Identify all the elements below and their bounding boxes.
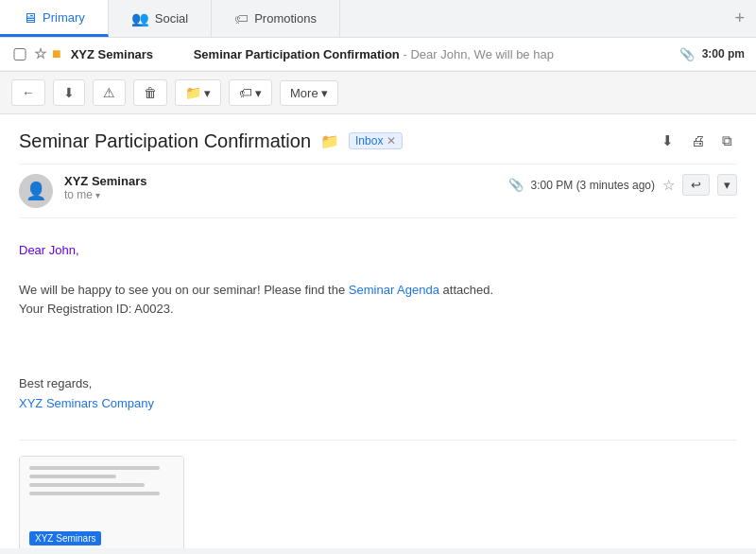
attachment-thumb[interactable]: XYZ Seminars PDF Seminar-Agenda.... — [19, 456, 184, 548]
tabs-bar: 🖥 Primary 👥 Social 🏷 Promotions + — [0, 0, 756, 38]
star-icon[interactable]: ☆ — [34, 45, 46, 62]
sender-info: XYZ Seminars to me ▾ — [64, 174, 508, 201]
subject-row: Seminar Participation Confirmation 📁 Inb… — [19, 130, 737, 152]
folder-icon: 📁 — [185, 85, 201, 100]
email-row[interactable]: ☆ ■ XYZ Seminars Seminar Participation C… — [0, 38, 756, 71]
inbox-label: Inbox — [355, 134, 383, 147]
email-checkbox[interactable] — [11, 48, 28, 61]
signature: Best regards, XYZ Seminars Company — [19, 374, 737, 414]
inbox-tag: Inbox ✕ — [349, 132, 403, 149]
print-button[interactable]: 🖨 — [686, 130, 710, 152]
avatar-icon: 👤 — [26, 181, 46, 201]
email-body: Dear John, We will be happy to see you o… — [19, 234, 737, 421]
body-line1: We will be happy to see you on our semin… — [19, 281, 737, 301]
report-icon: ⚠ — [103, 85, 115, 100]
inbox-tag-close[interactable]: ✕ — [387, 134, 396, 147]
reply-button[interactable]: ↩ — [682, 174, 710, 196]
preview-line-3 — [29, 483, 145, 487]
sender-name: XYZ Seminars — [64, 174, 508, 188]
preview-line-2 — [29, 475, 116, 478]
archive-icon: ⬇ — [63, 85, 75, 100]
toolbar: ← ⬇ ⚠ 🗑 📁 ▾ 🏷 ▾ More ▾ — [0, 72, 756, 114]
reply-icon: ↩ — [691, 178, 701, 192]
back-icon: ← — [22, 85, 35, 100]
tab-primary[interactable]: 🖥 Primary — [0, 0, 109, 37]
attachment-area: XYZ Seminars PDF Seminar-Agenda.... — [19, 440, 737, 548]
email-time-detail: 3:00 PM (3 minutes ago) — [531, 179, 655, 192]
tag-icon: 🏷 — [239, 85, 252, 100]
label-dot-icon: ■ — [52, 45, 61, 62]
best-regards-text: Best regards, — [19, 374, 737, 394]
download-button[interactable]: ⬇ — [657, 130, 679, 152]
attachment-preview: XYZ Seminars — [20, 457, 183, 548]
add-tab-button[interactable]: + — [723, 0, 756, 37]
seminar-agenda-link[interactable]: Seminar Agenda — [349, 283, 439, 297]
email-subject: Seminar Participation Confirmation - Dea… — [194, 47, 679, 61]
email-sender: XYZ Seminars — [71, 47, 194, 61]
more-vert-icon: ▾ — [724, 178, 730, 192]
email-meta-row: 👤 XYZ Seminars to me ▾ 📎 3:00 PM (3 minu… — [19, 164, 737, 218]
more-button[interactable]: More ▾ — [280, 80, 338, 106]
preview-line-1 — [29, 466, 160, 470]
attach-indicator-icon: 📎 — [508, 178, 524, 192]
email-time: 3:00 pm — [702, 47, 745, 61]
archive-button[interactable]: ⬇ — [53, 79, 85, 106]
to-me[interactable]: to me ▾ — [64, 188, 508, 201]
preview-badge: XYZ Seminars — [29, 531, 101, 545]
back-button[interactable]: ← — [11, 79, 45, 106]
star-button[interactable]: ☆ — [662, 177, 675, 194]
tab-primary-label: Primary — [43, 10, 85, 25]
label-arrow: ▾ — [255, 86, 262, 100]
meta-right: 📎 3:00 PM (3 minutes ago) ☆ ↩ ▾ — [508, 174, 737, 196]
tab-promotions[interactable]: 🏷 Promotions — [212, 0, 340, 37]
main-content: ← ⬇ ⚠ 🗑 📁 ▾ 🏷 ▾ More ▾ Seminar Participa… — [0, 72, 756, 548]
new-window-button[interactable]: ⧉ — [717, 130, 737, 152]
report-button[interactable]: ⚠ — [93, 79, 126, 106]
primary-icon: 🖥 — [23, 9, 37, 26]
email-subject-title: Seminar Participation Confirmation — [19, 130, 311, 152]
tab-promotions-label: Promotions — [254, 11, 317, 26]
to-me-dropdown-icon: ▾ — [95, 190, 100, 200]
delete-icon: 🗑 — [144, 85, 157, 100]
folder-yellow-icon: 📁 — [320, 132, 339, 150]
preview-lines — [29, 466, 174, 500]
email-list: ☆ ■ XYZ Seminars Seminar Participation C… — [0, 38, 756, 72]
label-button[interactable]: 🏷 ▾ — [229, 79, 272, 106]
preview-line-4 — [29, 492, 160, 495]
company-link[interactable]: XYZ Seminars Company — [19, 396, 154, 410]
delete-button[interactable]: 🗑 — [133, 79, 167, 106]
avatar: 👤 — [19, 174, 53, 208]
attachment-icon: 📎 — [679, 47, 695, 61]
more-options-button[interactable]: ▾ — [717, 174, 737, 196]
greeting-text: Dear John, — [19, 241, 737, 261]
tab-social[interactable]: 👥 Social — [109, 0, 212, 37]
body-line2: Your Registration ID: A0023. — [19, 300, 737, 320]
tab-social-label: Social — [155, 11, 188, 26]
more-label: More ▾ — [290, 86, 328, 100]
move-arrow: ▾ — [204, 86, 211, 100]
email-header-actions: ⬇ 🖨 ⧉ — [657, 130, 737, 152]
social-icon: 👥 — [131, 10, 149, 27]
email-detail: Seminar Participation Confirmation 📁 Inb… — [0, 114, 756, 548]
move-button[interactable]: 📁 ▾ — [175, 79, 221, 106]
email-preview: - Dear John, We will be hap — [403, 47, 553, 61]
promotions-icon: 🏷 — [234, 10, 249, 26]
